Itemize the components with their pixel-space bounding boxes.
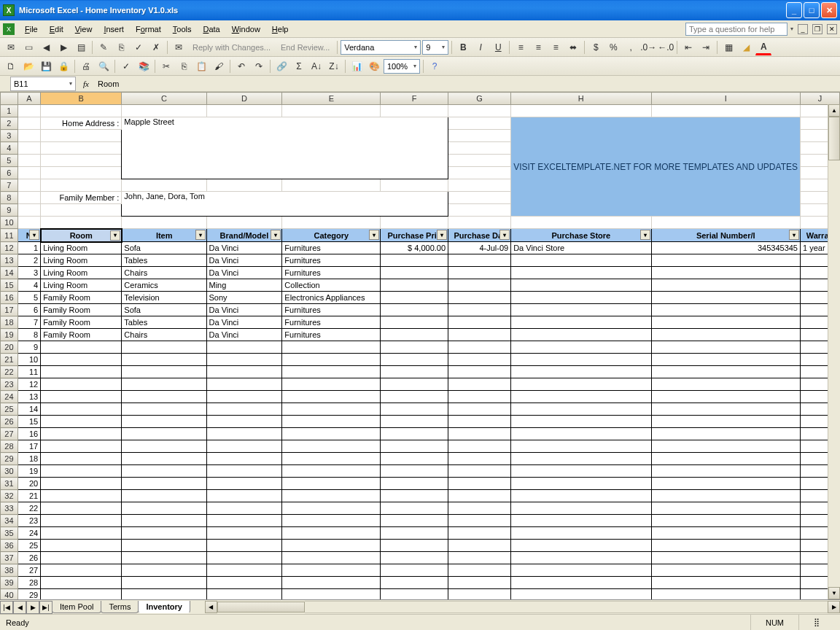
data-cell[interactable] bbox=[511, 354, 651, 366]
template-banner[interactable]: VISIT EXCELTEMPLATE.NET FOR MORE TEMPLAT… bbox=[511, 117, 801, 217]
col-header-G[interactable]: G bbox=[448, 93, 511, 105]
row-header-33[interactable]: 33 bbox=[1, 502, 18, 515]
percent-button[interactable]: % bbox=[605, 39, 621, 55]
menu-view[interactable]: View bbox=[69, 23, 98, 35]
filter-dropdown-icon[interactable]: ▾ bbox=[640, 230, 650, 240]
hscroll-thumb[interactable] bbox=[217, 602, 305, 612]
data-cell[interactable] bbox=[41, 403, 122, 416]
data-cell[interactable] bbox=[282, 354, 381, 366]
data-cell[interactable] bbox=[651, 304, 800, 316]
data-cell[interactable] bbox=[381, 552, 448, 564]
filter-header-1[interactable]: Room▾ bbox=[41, 229, 122, 242]
decrease-indent-button[interactable]: ⇤ bbox=[680, 39, 696, 55]
data-cell[interactable] bbox=[381, 279, 448, 292]
new-comment-icon[interactable]: ✉ bbox=[3, 39, 19, 55]
data-cell[interactable] bbox=[206, 515, 282, 527]
data-cell[interactable]: Sony bbox=[206, 292, 282, 304]
data-cell[interactable] bbox=[381, 465, 448, 478]
filter-dropdown-icon[interactable]: ▾ bbox=[195, 230, 206, 240]
data-cell[interactable] bbox=[448, 465, 511, 478]
data-cell[interactable]: Tables bbox=[122, 316, 206, 329]
tab-prev-button[interactable]: ◀ bbox=[13, 601, 26, 614]
data-cell[interactable] bbox=[381, 453, 448, 465]
data-cell[interactable] bbox=[448, 366, 511, 378]
data-cell[interactable] bbox=[651, 267, 800, 279]
data-cell[interactable] bbox=[651, 279, 800, 292]
data-cell[interactable] bbox=[651, 354, 800, 366]
data-cell[interactable] bbox=[651, 589, 800, 600]
data-cell[interactable]: 15 bbox=[18, 416, 40, 428]
data-cell[interactable]: 13 bbox=[18, 391, 40, 403]
underline-button[interactable]: U bbox=[490, 39, 506, 55]
data-cell[interactable] bbox=[282, 540, 381, 552]
data-cell[interactable] bbox=[448, 589, 511, 600]
data-cell[interactable] bbox=[206, 490, 282, 502]
data-cell[interactable] bbox=[448, 502, 511, 515]
data-cell[interactable]: Da Vinci Store bbox=[511, 242, 651, 254]
row-header-1[interactable]: 1 bbox=[1, 105, 18, 117]
vertical-scrollbar[interactable]: ▲ ▼ bbox=[828, 104, 840, 599]
data-cell[interactable] bbox=[41, 564, 122, 577]
data-cell[interactable] bbox=[448, 416, 511, 428]
data-cell[interactable] bbox=[651, 391, 800, 403]
reject-change-icon[interactable]: ✗ bbox=[148, 39, 164, 55]
help-button[interactable]: ? bbox=[427, 58, 443, 74]
data-cell[interactable] bbox=[41, 527, 122, 540]
data-cell[interactable] bbox=[448, 564, 511, 577]
filter-dropdown-icon[interactable]: ▾ bbox=[789, 230, 799, 240]
data-cell[interactable] bbox=[651, 515, 800, 527]
data-cell[interactable]: Television bbox=[122, 292, 206, 304]
row-header-9[interactable]: 9 bbox=[1, 204, 18, 217]
decrease-decimal-button[interactable]: ←.0 bbox=[658, 39, 674, 55]
data-cell[interactable] bbox=[122, 428, 206, 440]
row-header-17[interactable]: 17 bbox=[1, 304, 18, 316]
row-header-38[interactable]: 38 bbox=[1, 564, 18, 577]
data-cell[interactable] bbox=[448, 478, 511, 490]
data-cell[interactable] bbox=[282, 391, 381, 403]
data-cell[interactable] bbox=[122, 478, 206, 490]
menu-help[interactable]: Help bbox=[266, 23, 295, 35]
data-cell[interactable] bbox=[651, 552, 800, 564]
data-cell[interactable] bbox=[206, 527, 282, 540]
data-cell[interactable] bbox=[651, 341, 800, 354]
data-cell[interactable]: Furnitures bbox=[282, 316, 381, 329]
data-cell[interactable] bbox=[511, 428, 651, 440]
data-cell[interactable] bbox=[511, 378, 651, 391]
data-cell[interactable] bbox=[511, 316, 651, 329]
data-cell[interactable] bbox=[282, 341, 381, 354]
data-cell[interactable] bbox=[651, 292, 800, 304]
format-painter-button[interactable]: 🖌 bbox=[211, 58, 227, 74]
data-cell[interactable] bbox=[448, 552, 511, 564]
data-cell[interactable]: 8 bbox=[18, 329, 40, 341]
data-cell[interactable] bbox=[206, 403, 282, 416]
data-cell[interactable] bbox=[282, 366, 381, 378]
data-cell[interactable] bbox=[41, 428, 122, 440]
data-cell[interactable] bbox=[381, 267, 448, 279]
data-cell[interactable] bbox=[381, 577, 448, 589]
data-cell[interactable] bbox=[651, 254, 800, 267]
data-cell[interactable] bbox=[448, 341, 511, 354]
autosum-button[interactable]: Σ bbox=[291, 58, 307, 74]
data-cell[interactable] bbox=[41, 416, 122, 428]
data-cell[interactable] bbox=[511, 304, 651, 316]
data-cell[interactable] bbox=[206, 577, 282, 589]
data-cell[interactable] bbox=[206, 366, 282, 378]
sheet-tab-item-pool[interactable]: Item Pool bbox=[52, 601, 101, 613]
data-cell[interactable] bbox=[448, 329, 511, 341]
data-cell[interactable] bbox=[206, 453, 282, 465]
data-cell[interactable]: Ming bbox=[206, 279, 282, 292]
data-cell[interactable] bbox=[511, 254, 651, 267]
col-header-F[interactable]: F bbox=[381, 93, 448, 105]
data-cell[interactable] bbox=[651, 490, 800, 502]
data-cell[interactable] bbox=[651, 577, 800, 589]
data-cell[interactable] bbox=[448, 527, 511, 540]
data-cell[interactable]: 7 bbox=[18, 316, 40, 329]
font-color-button[interactable]: A bbox=[755, 39, 771, 55]
data-cell[interactable] bbox=[448, 577, 511, 589]
filter-header-7[interactable]: Purchase Store▾ bbox=[511, 229, 651, 242]
data-cell[interactable] bbox=[511, 552, 651, 564]
scroll-right-button[interactable]: ▶ bbox=[828, 601, 840, 613]
data-cell[interactable] bbox=[381, 540, 448, 552]
row-header-3[interactable]: 3 bbox=[1, 130, 18, 142]
data-cell[interactable] bbox=[511, 490, 651, 502]
